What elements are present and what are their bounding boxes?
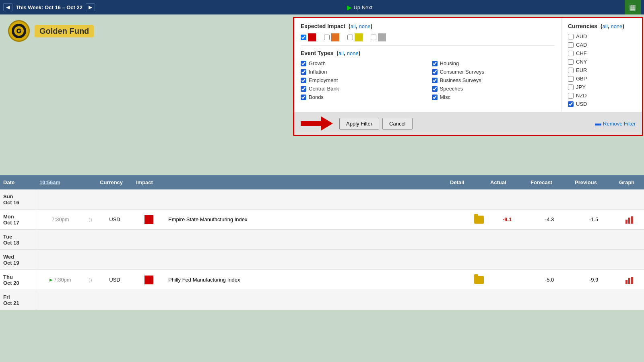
event-types-all-link[interactable]: all [339,50,344,56]
table-row: Sun Oct 16 [0,189,644,210]
currency-eur: EUR [568,67,636,73]
table-header: Date 10:56am Currency Impact Detail Actu… [0,175,644,189]
event-type-misc-checkbox[interactable] [432,95,438,100]
td-impact-thu [133,270,165,290]
event-types-grid: Growth Housing Inflation Consumer Survey… [301,60,555,100]
currency-jpy: JPY [568,84,636,90]
impact-red-item [301,33,316,41]
currency-cny-checkbox[interactable] [568,59,574,65]
up-next-label: Up Next [353,4,372,10]
remove-filter-icon: ▬ [595,120,601,127]
impact-none-link[interactable]: none [359,23,371,29]
td-graph-thu[interactable] [616,270,644,290]
day-tue: Tue [3,234,12,240]
currency-gbp-checkbox[interactable] [568,76,574,82]
currency-usd: USD [568,101,636,107]
currencies-none-link[interactable]: none [611,23,622,29]
currency-nzd-checkbox[interactable] [568,93,574,99]
filter-buttons: Apply Filter Cancel [301,116,413,131]
event-type-housing-label: Housing [440,60,459,66]
impact-red-checkbox[interactable] [301,35,306,40]
svg-rect-11 [631,277,633,284]
event-types-none-link[interactable]: none [347,50,359,56]
event-type-housing-checkbox[interactable] [432,61,438,66]
td-forecast-thu: -5.0 [527,270,572,290]
event-type-business-surveys: Business Surveys [432,77,555,83]
currencies-all-link[interactable]: all [603,23,608,29]
top-bar-left: ◀ This Week: Oct 16 – Oct 22 ▶ [3,3,95,11]
th-previous: Previous [572,179,616,185]
td-date-mon: Mon Oct 17 [0,210,36,229]
remove-filter-link[interactable]: ▬ Remove Filter [595,120,636,127]
filter-panel: Expected Impact (all, none) [293,17,643,136]
currency-gbp: GBP [568,76,636,82]
impact-gray-icon [378,33,386,41]
currency-usd-checkbox[interactable] [568,101,574,107]
svg-marker-4 [321,116,333,131]
impact-gray-checkbox[interactable] [371,35,376,40]
event-type-business-surveys-checkbox[interactable] [432,78,438,83]
currency-cny: CNY [568,59,636,65]
expected-impact-title: Expected Impact (all, none) [301,23,555,29]
apply-filter-button[interactable]: Apply Filter [339,118,379,130]
event-type-central-bank-checkbox[interactable] [301,86,306,92]
td-graph-mon[interactable] [616,210,644,229]
speaker-icon-mon: )) [89,217,92,222]
currency-chf-label: CHF [576,50,587,56]
logo-text: Golden Fund [35,25,94,37]
week-label: This Week: Oct 16 – Oct 22 [16,4,83,10]
cancel-button[interactable]: Cancel [382,118,412,130]
day-wed: Wed [3,254,14,260]
impact-orange-icon [331,33,339,41]
date-oct17: Oct 17 [3,220,19,226]
filter-right: Currencies (all, none) AUD CAD CHF [561,18,642,112]
td-date-fri: Fri Oct 21 [0,290,36,310]
currency-jpy-checkbox[interactable] [568,84,574,90]
td-name-thu[interactable]: Philly Fed Manufacturing Index [165,270,471,290]
impact-flag-mon [144,215,153,224]
event-type-employment: Employment [301,77,424,83]
td-detail-mon[interactable] [471,210,487,229]
arrow-svg [301,116,333,131]
day-thu: Thu [3,274,13,280]
currency-cad-checkbox[interactable] [568,42,574,48]
event-type-speeches-checkbox[interactable] [432,86,438,92]
td-detail-thu[interactable] [471,270,487,290]
impact-icons [301,33,555,41]
event-type-bonds-checkbox[interactable] [301,95,306,100]
remove-filter-label: Remove Filter [603,121,636,127]
impact-red-icon [308,33,316,41]
event-type-growth-checkbox[interactable] [301,61,306,66]
event-type-growth: Growth [301,60,424,66]
svg-rect-10 [628,278,630,284]
currency-cad-label: CAD [576,42,587,48]
td-previous-thu: -9.9 [572,270,616,290]
currency-aud-checkbox[interactable] [568,34,574,39]
next-week-button[interactable]: ▶ [86,3,95,11]
td-currency-thu: USD [97,270,133,290]
event-type-consumer-surveys-checkbox[interactable] [432,69,438,75]
impact-all-link[interactable]: all [351,23,356,29]
day-fri: Fri [3,294,10,300]
currency-chf-checkbox[interactable] [568,51,574,56]
th-time[interactable]: 10:56am [36,179,85,185]
prev-week-button[interactable]: ◀ [3,3,12,11]
currency-eur-checkbox[interactable] [568,68,574,73]
td-speaker-thu: )) [85,270,97,290]
td-time-thu: ▶ 7:30pm [36,270,85,290]
td-currency-mon: USD [97,210,133,229]
event-type-employment-checkbox[interactable] [301,78,306,83]
previous-mon: -1.5 [589,216,598,222]
impact-orange-checkbox[interactable] [324,35,330,40]
filter-bottom: Apply Filter Cancel ▬ Remove Filter [294,112,642,135]
bar-chart-thu [625,276,634,284]
impact-yellow-checkbox[interactable] [347,35,353,40]
up-next[interactable]: ▶ Up Next [347,4,372,11]
event-type-inflation-checkbox[interactable] [301,69,306,75]
th-detail: Detail [447,179,487,185]
svg-rect-8 [631,216,633,224]
event-name-mon: Empire State Manufacturing Index [168,216,248,222]
td-name-mon[interactable]: Empire State Manufacturing Index [165,210,471,229]
currency-nzd-label: NZD [576,93,587,99]
corner-icon: ▦ [629,3,636,12]
